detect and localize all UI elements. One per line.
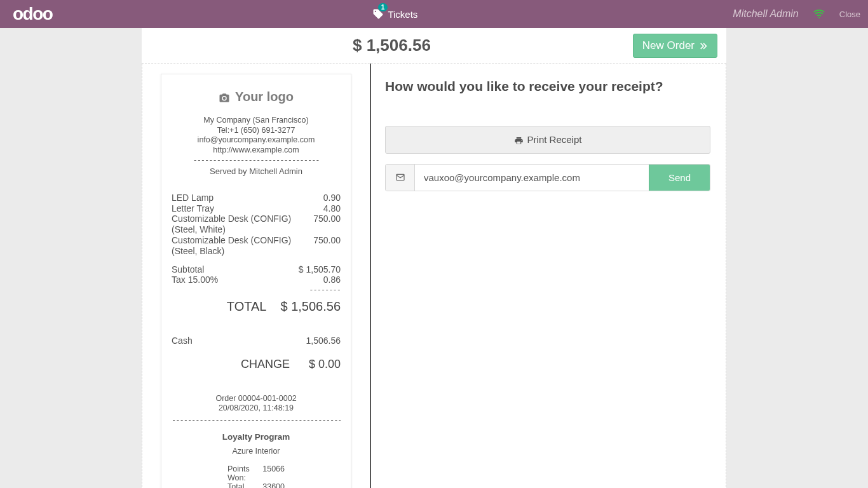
navbar-center: 1 Tickets bbox=[57, 8, 733, 20]
dash-line: ----------------------------------------… bbox=[172, 416, 341, 424]
subtotal-label: Subtotal bbox=[172, 264, 299, 275]
change-label: CHANGE bbox=[172, 358, 309, 371]
receipt-total: TOTAL $ 1,506.56 bbox=[172, 299, 341, 314]
receipt-website: http://www.example.com bbox=[172, 146, 341, 156]
dash-line: -------------------------------- bbox=[172, 156, 341, 165]
order-number: Order 00004-001-0002 bbox=[172, 394, 341, 403]
receipt-tel: Tel:+1 (650) 691-3277 bbox=[172, 126, 341, 136]
loyalty-total-points-label: Total Points: bbox=[227, 482, 262, 488]
payment-method: Cash bbox=[172, 336, 306, 346]
chevron-double-right-icon bbox=[698, 39, 708, 52]
loyalty-points-won-value: 15066 bbox=[262, 464, 285, 482]
loyalty-total-points: Total Points: 33600 bbox=[172, 482, 341, 488]
order-datetime: 20/08/2020, 11:48:19 bbox=[172, 403, 341, 413]
receipt-line-item: Customizable Desk (CONFIG) (Steel, White… bbox=[172, 214, 341, 235]
receipt-line-item: Letter Tray 4.80 bbox=[172, 203, 341, 214]
total-amount: $ 1,506.56 bbox=[280, 299, 341, 314]
item-name: LED Lamp bbox=[172, 193, 323, 203]
receipt-items: LED Lamp 0.90 Letter Tray 4.80 Customiza… bbox=[172, 193, 341, 257]
item-name: Customizable Desk (CONFIG) (Steel, White… bbox=[172, 214, 313, 235]
left-column: Your logo My Company (San Francisco) Tel… bbox=[142, 64, 370, 488]
item-name: Letter Tray bbox=[172, 203, 323, 214]
print-receipt-button[interactable]: Print Receipt bbox=[385, 126, 710, 154]
odoo-logo[interactable]: odoo bbox=[8, 4, 57, 24]
receipt-tax: Tax 15.00% 0.86 bbox=[172, 274, 341, 285]
loyalty-points-won: Points Won: 15066 bbox=[172, 464, 341, 482]
receipt-payment: Cash 1,506.56 bbox=[172, 336, 341, 346]
email-receipt-row: Send bbox=[385, 164, 710, 191]
svg-point-0 bbox=[818, 17, 820, 18]
printer-icon bbox=[514, 134, 524, 146]
tickets-label: Tickets bbox=[388, 9, 417, 20]
receipt-header: My Company (San Francisco) Tel:+1 (650) … bbox=[172, 116, 341, 156]
content-row: Your logo My Company (San Francisco) Tel… bbox=[142, 64, 726, 488]
loyalty-customer: Azure Interior bbox=[172, 447, 341, 456]
receipt-logo: Your logo bbox=[172, 90, 341, 104]
receipt-company: My Company (San Francisco) bbox=[172, 116, 341, 126]
receipt-served-by: Served by Mitchell Admin bbox=[172, 166, 341, 176]
new-order-button[interactable]: New Order bbox=[633, 34, 717, 58]
receipt-paper: Your logo My Company (San Francisco) Tel… bbox=[161, 74, 351, 488]
change-amount: $ 0.00 bbox=[309, 358, 341, 371]
item-amount: 750.00 bbox=[313, 214, 341, 235]
item-amount: 750.00 bbox=[313, 235, 341, 257]
envelope-icon bbox=[386, 165, 415, 191]
loyalty-total-points-value: 33600 bbox=[262, 482, 285, 488]
dash-line: -------- bbox=[172, 285, 341, 295]
item-amount: 0.90 bbox=[323, 193, 341, 203]
camera-icon bbox=[219, 90, 230, 104]
ticket-icon: 1 bbox=[372, 8, 384, 20]
right-column: How would you like to receive your recei… bbox=[371, 64, 726, 488]
tax-amount: 0.86 bbox=[323, 274, 341, 285]
loyalty-points-won-label: Points Won: bbox=[227, 464, 262, 482]
email-input[interactable] bbox=[415, 165, 649, 191]
top-navbar: odoo 1 Tickets Mitchell Admin Close bbox=[0, 0, 868, 28]
receipt-change: CHANGE $ 0.00 bbox=[172, 358, 341, 371]
tax-label: Tax 15.00% bbox=[172, 274, 323, 285]
payment-amount: 1,506.56 bbox=[306, 336, 341, 346]
receipt-subtotal: Subtotal $ 1,505.70 bbox=[172, 264, 341, 275]
total-bar: $ 1,506.56 New Order bbox=[142, 28, 726, 64]
tickets-button[interactable]: 1 Tickets bbox=[372, 8, 417, 20]
close-button[interactable]: Close bbox=[839, 10, 860, 19]
order-total-display: $ 1,506.56 bbox=[151, 36, 633, 55]
item-amount: 4.80 bbox=[323, 203, 341, 214]
main-panel: $ 1,506.56 New Order Your logo My Compan… bbox=[142, 28, 726, 488]
receipt-question: How would you like to receive your recei… bbox=[385, 79, 710, 94]
new-order-label: New Order bbox=[642, 39, 695, 52]
receipt-order-meta: Order 00004-001-0002 20/08/2020, 11:48:1… bbox=[172, 394, 341, 413]
user-name[interactable]: Mitchell Admin bbox=[733, 8, 798, 20]
receipt-logo-text: Your logo bbox=[235, 90, 294, 104]
receipt-email: info@yourcompany.example.com bbox=[172, 135, 341, 146]
loyalty-title: Loyalty Program bbox=[172, 432, 341, 442]
print-receipt-label: Print Receipt bbox=[527, 134, 582, 145]
navbar-right: Mitchell Admin Close bbox=[733, 8, 860, 20]
total-label: TOTAL bbox=[172, 299, 280, 314]
receipt-line-item: Customizable Desk (CONFIG) (Steel, Black… bbox=[172, 235, 341, 257]
wifi-icon bbox=[813, 8, 825, 20]
receipt-line-item: LED Lamp 0.90 bbox=[172, 193, 341, 203]
tickets-badge: 1 bbox=[378, 3, 388, 11]
send-button[interactable]: Send bbox=[649, 165, 710, 191]
item-name: Customizable Desk (CONFIG) (Steel, Black… bbox=[172, 235, 313, 257]
subtotal-amount: $ 1,505.70 bbox=[299, 264, 341, 275]
